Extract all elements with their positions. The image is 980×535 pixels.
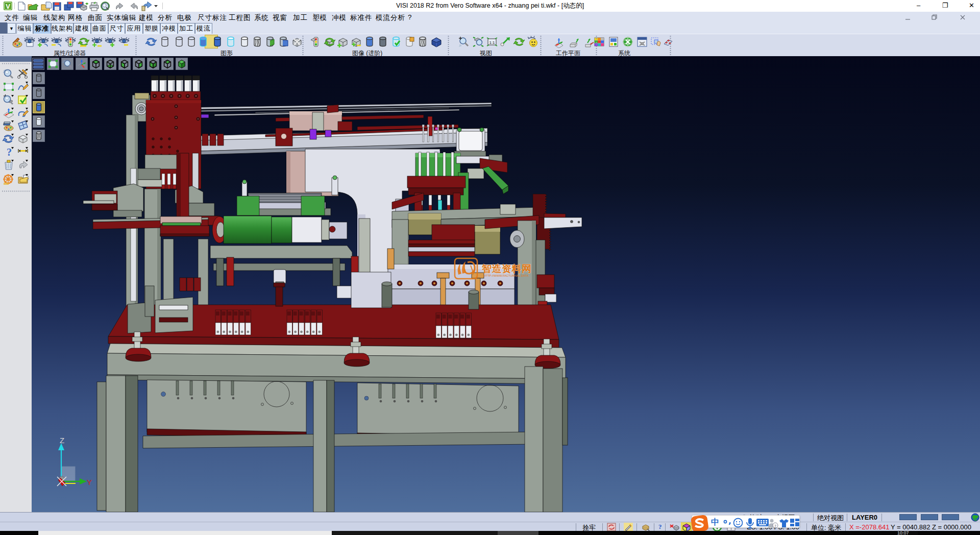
svg-text:?: ? [7,147,12,158]
svg-text:HTTP://WWW.FACTURNAL.DATA: HTTP://WWW.FACTURNAL.DATA [483,274,528,277]
svg-text:Z: Z [60,436,64,445]
svg-text:7: 7 [774,524,777,528]
svg-text:1:1: 1:1 [489,40,495,45]
svg-text:智造资料网: 智造资料网 [481,263,532,274]
svg-text:V: V [6,3,10,10]
svg-text:Y: Y [87,478,92,487]
